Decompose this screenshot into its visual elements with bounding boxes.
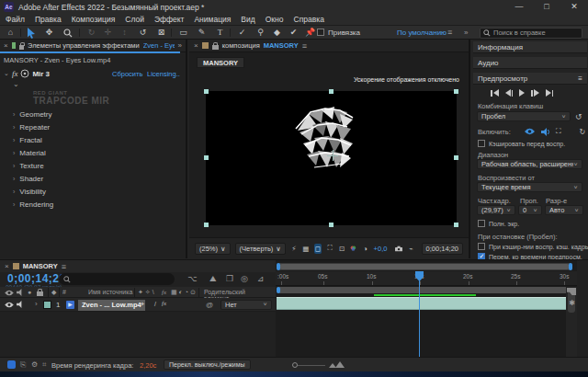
workspace-overflow-icon[interactable]: » <box>464 29 468 37</box>
parent-dropdown[interactable]: Нет∨ <box>220 300 272 310</box>
snapshot-status-icon[interactable]: ⎘ <box>20 360 26 370</box>
workspace-menu-icon[interactable]: ≡ <box>447 29 452 37</box>
channel-settings-icon[interactable] <box>350 244 356 253</box>
magnification-dropdown[interactable]: (25%)∨ <box>195 243 231 255</box>
menu-effect[interactable]: Эффект <box>154 15 185 24</box>
shortcut-dropdown[interactable]: Пробел∨ <box>477 111 571 121</box>
selection-handle[interactable] <box>454 89 458 94</box>
help-search-input[interactable]: Поиск в справке <box>480 28 582 39</box>
more-switch-icons[interactable]: ▦◐◔⊙ <box>171 289 198 296</box>
fast-preview-icon[interactable]: ⚡ <box>290 244 298 254</box>
solo-column-icon[interactable]: ● <box>28 289 31 295</box>
last-frame-button[interactable] <box>546 88 554 97</box>
lock-icon[interactable] <box>19 45 24 50</box>
mini-flowchart-icon[interactable]: ⌥ <box>187 274 197 283</box>
draft-3d-icon[interactable]: ⛰ <box>209 274 217 284</box>
cache-before-playback-checkbox[interactable]: Кэшировать перед воспр. <box>478 140 565 147</box>
selection-handle[interactable] <box>454 223 458 227</box>
workspace-selector[interactable]: По умолчанию <box>397 29 447 37</box>
layer-fx-icon[interactable]: fx <box>162 300 166 307</box>
close-tab-icon[interactable]: × <box>4 41 8 50</box>
preview-panel-header[interactable]: Предпросмотр≡ <box>473 73 587 85</box>
composition-frame[interactable] <box>206 91 457 225</box>
audio-panel-header[interactable]: Аудио <box>473 57 587 69</box>
first-frame-button[interactable] <box>491 88 499 97</box>
audio-speaker-icon[interactable] <box>541 128 550 136</box>
layer-slash-icon[interactable]: / <box>154 301 156 307</box>
timeline-search-input[interactable] <box>59 273 175 285</box>
layer-expand-icon[interactable]: › <box>35 300 38 308</box>
close-tab-icon[interactable]: × <box>5 262 9 270</box>
layer-anchor-point[interactable] <box>327 150 338 161</box>
settings-status-icon[interactable]: ⚙ <box>31 360 38 369</box>
composition-viewer[interactable]: Ускорение отображения отключено <box>189 73 469 237</box>
selection-handle[interactable] <box>204 155 209 160</box>
close-button[interactable]: ✕ <box>560 0 588 14</box>
play-from-dropdown[interactable]: Текущее время∨ <box>477 182 582 192</box>
effect-group-visibility[interactable]: ›Visibility <box>13 187 151 196</box>
fx-column-icon[interactable]: fx <box>162 289 166 296</box>
video-eye-icon[interactable] <box>524 128 536 135</box>
effect-group-material[interactable]: ›Material <box>13 148 151 157</box>
menu-file[interactable]: Файл <box>6 15 25 24</box>
current-time-display[interactable]: 0;00;14;20 <box>7 272 66 285</box>
skip-dropdown[interactable]: 0∨ <box>518 205 542 215</box>
layer-label-color[interactable] <box>43 301 51 309</box>
effect-row[interactable]: ⌄ fx Mir 3 Сбросить Licensing.. <box>4 68 184 79</box>
framerate-dropdown[interactable]: (29,97)∨ <box>477 205 515 215</box>
maximize-button[interactable]: □ <box>533 0 560 14</box>
previous-frame-button[interactable] <box>505 88 514 97</box>
zoom-tool-icon[interactable] <box>61 27 74 39</box>
rotation-tool-icon[interactable]: ↺ <box>136 27 150 39</box>
effect-group-rendering[interactable]: ›Rendering <box>13 200 151 209</box>
effect-controls-tab[interactable]: × Элементы управления эффектами Zven - E… <box>0 40 186 52</box>
effect-group-repeater[interactable]: ›Repeater <box>13 122 151 131</box>
selection-handle[interactable] <box>329 89 334 94</box>
menu-layer[interactable]: Слой <box>125 15 144 24</box>
panel-menu-icon[interactable]: ≡ <box>302 41 307 51</box>
loop-icon[interactable]: ↻ <box>580 128 586 136</box>
menu-edit[interactable]: Правка <box>35 15 62 24</box>
eye-column-icon[interactable] <box>4 290 15 296</box>
snap-checkbox[interactable] <box>317 29 324 36</box>
next-frame-button[interactable] <box>531 88 539 97</box>
preview-time-display[interactable]: 0;00;14;20 <box>422 243 463 255</box>
selection-tool-icon[interactable] <box>24 27 38 39</box>
shape-tool-icon[interactable]: ▭ <box>176 27 190 39</box>
eraser-tool-icon[interactable]: ◆ <box>270 27 284 39</box>
selection-handle[interactable] <box>204 223 209 227</box>
play-button[interactable] <box>519 88 525 97</box>
time-navigator-bar[interactable] <box>277 263 572 270</box>
mask-visibility-icon[interactable]: ◻ <box>314 244 322 254</box>
effect-group-fractal[interactable]: ›Fractal <box>13 135 151 144</box>
dolly-camera-tool-icon[interactable]: ↕ <box>118 27 131 39</box>
effect-group-texture[interactable]: ›Texture <box>13 161 151 170</box>
menu-view[interactable]: Вид <box>241 15 254 24</box>
parent-pickwhip-icon[interactable]: @ <box>206 301 213 309</box>
brush-tool-icon[interactable]: ✓ <box>235 27 249 39</box>
panel-menu-icon[interactable]: ≡ <box>578 74 582 83</box>
region-of-interest-icon[interactable]: ⛶ <box>326 244 334 254</box>
panel-menu-icon[interactable]: ≡ <box>62 262 66 271</box>
menu-composition[interactable]: Композиция <box>72 15 116 24</box>
type-tool-icon[interactable]: T <box>213 27 227 39</box>
camera-status-icon[interactable]: ⌗ <box>42 360 47 370</box>
exposure-icon[interactable]: ◑ <box>362 244 369 254</box>
collapse-icon[interactable]: ⌄ <box>4 70 9 77</box>
menu-window[interactable]: Окно <box>266 15 284 24</box>
fullscreen-checkbox[interactable]: Полн. экр. <box>478 220 519 227</box>
label-column-icon[interactable]: ◆ <box>51 289 56 296</box>
pan-camera-tool-icon[interactable]: ✛ <box>101 27 115 39</box>
zoom-slider-knob[interactable] <box>292 362 298 368</box>
layer-audio-icon[interactable] <box>17 301 25 308</box>
menu-help[interactable]: Справка <box>294 15 324 24</box>
minimize-button[interactable]: — <box>505 0 533 14</box>
close-tab-icon[interactable]: × <box>194 41 198 50</box>
roto-brush-tool-icon[interactable]: ✔ <box>287 27 300 39</box>
reset-link[interactable]: Сбросить <box>112 70 142 78</box>
cached-play-checkbox[interactable]: При кэшир-нии воспр. кэш. кадры <box>478 243 588 250</box>
lock-column-icon[interactable] <box>37 291 43 296</box>
effect-group-shader[interactable]: ›Shader <box>13 174 151 183</box>
timeline-tab[interactable]: × MANSORY ≡ <box>0 260 276 272</box>
guides-icon[interactable]: ⊡ <box>338 244 345 254</box>
